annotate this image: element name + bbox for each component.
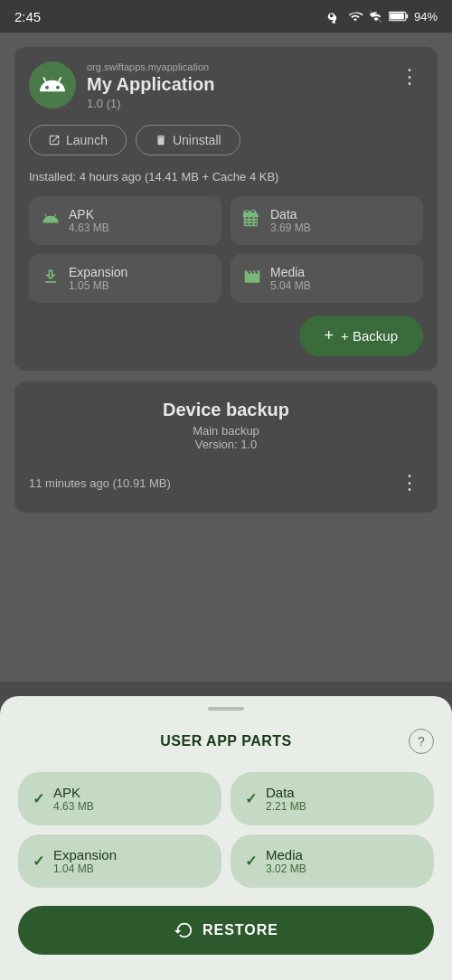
action-buttons: Launch Uninstall	[29, 125, 423, 155]
device-backup-meta: 11 minutes ago (10.91 MB) ⋮	[29, 467, 423, 498]
part-expansion-size: 1.04 MB	[53, 862, 117, 875]
device-backup-subtitle: Main backup	[29, 424, 423, 438]
parts-grid: ✓ APK 4.63 MB ✓ Data 2.21 MB ✓ Expansion…	[18, 772, 434, 888]
app-version: 1.0 (1)	[87, 97, 214, 110]
signal-icon	[369, 9, 383, 24]
media-check-icon: ✓	[245, 853, 257, 870]
restore-button[interactable]: RESTORE	[18, 906, 434, 955]
launch-button[interactable]: Launch	[29, 125, 127, 155]
backup-button[interactable]: + + Backup	[299, 316, 423, 356]
android-icon	[38, 71, 67, 99]
battery-percent: 94%	[414, 10, 438, 24]
backup-more-icon[interactable]: ⋮	[396, 467, 423, 498]
part-media[interactable]: ✓ Media 3.02 MB	[231, 834, 434, 888]
apk-size: 4.63 MB	[69, 221, 109, 234]
app-package: org.swiftapps.myapplication	[87, 61, 214, 72]
svg-rect-1	[406, 14, 408, 19]
data-check-icon: ✓	[245, 790, 257, 807]
media-size: 5.04 MB	[270, 279, 311, 292]
storage-expansion: Expansion 1.05 MB	[29, 254, 221, 303]
key-icon	[327, 9, 342, 24]
battery-icon	[389, 10, 409, 23]
expansion-label: Expansion	[69, 265, 127, 279]
storage-media: Media 5.04 MB	[231, 254, 423, 303]
expansion-icon	[42, 268, 60, 290]
app-icon	[29, 61, 76, 108]
part-media-label: Media	[266, 847, 306, 862]
status-icons: 94%	[327, 9, 438, 24]
data-label: Data	[270, 207, 311, 221]
part-apk-size: 4.63 MB	[53, 800, 94, 813]
uninstall-button[interactable]: Uninstall	[136, 125, 240, 155]
media-label: Media	[270, 265, 311, 279]
expansion-size: 1.05 MB	[69, 279, 127, 292]
sheet-header: USER APP PARTS ?	[18, 729, 434, 754]
device-backup-card: Device backup Main backup Version: 1.0 1…	[14, 382, 438, 513]
part-data[interactable]: ✓ Data 2.21 MB	[231, 772, 434, 825]
restore-icon	[174, 920, 193, 940]
device-backup-version: Version: 1.0	[29, 438, 423, 451]
storage-apk: APK 4.63 MB	[29, 196, 221, 245]
apk-label: APK	[69, 207, 109, 221]
bottom-sheet: USER APP PARTS ? ✓ APK 4.63 MB ✓ Data 2.…	[0, 696, 452, 980]
storage-data: Data 3.69 MB	[231, 196, 423, 245]
sheet-handle	[208, 707, 244, 711]
data-icon	[243, 210, 261, 232]
main-content: org.swiftapps.myapplication My Applicati…	[0, 33, 452, 682]
part-apk-label: APK	[53, 785, 94, 800]
status-bar: 2:45 94%	[0, 0, 452, 33]
data-size: 3.69 MB	[270, 221, 311, 234]
device-backup-title: Device backup	[29, 400, 423, 420]
part-data-size: 2.21 MB	[266, 800, 306, 813]
sheet-title: USER APP PARTS	[160, 733, 291, 749]
plus-icon: +	[325, 326, 334, 345]
install-info: Installed: 4 hours ago (14.41 MB + Cache…	[29, 170, 423, 184]
storage-grid: APK 4.63 MB Data 3.69 MB Expansion	[29, 196, 423, 303]
part-expansion-label: Expansion	[53, 847, 117, 862]
part-apk[interactable]: ✓ APK 4.63 MB	[18, 772, 221, 825]
part-media-size: 3.02 MB	[266, 862, 306, 875]
wifi-icon	[347, 9, 363, 24]
status-time: 2:45	[14, 9, 41, 24]
part-data-label: Data	[266, 785, 306, 800]
uninstall-icon	[155, 134, 167, 146]
part-expansion[interactable]: ✓ Expansion 1.04 MB	[18, 834, 221, 888]
media-icon	[243, 268, 261, 290]
backup-timestamp: 11 minutes ago (10.91 MB)	[29, 476, 171, 490]
expansion-check-icon: ✓	[33, 853, 44, 870]
apk-check-icon: ✓	[33, 790, 44, 807]
app-name: My Application	[87, 74, 214, 95]
help-icon[interactable]: ?	[409, 729, 434, 754]
apk-icon	[42, 210, 60, 232]
app-header-card: org.swiftapps.myapplication My Applicati…	[14, 47, 438, 371]
more-options-icon[interactable]: ⋮	[396, 61, 423, 92]
svg-rect-2	[390, 13, 404, 19]
launch-icon	[48, 134, 61, 146]
